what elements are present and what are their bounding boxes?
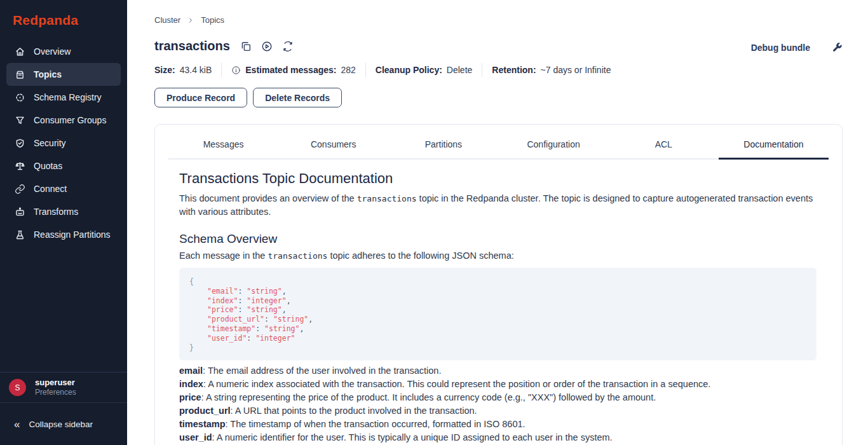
code-line: "timestamp": "string", <box>189 324 806 334</box>
sidebar-item-transforms[interactable]: Transforms <box>6 200 121 223</box>
user-preferences-link[interactable]: Preferences <box>35 388 76 397</box>
breadcrumb-cluster[interactable]: Cluster <box>154 15 180 25</box>
sidebar-item-label: Security <box>34 138 66 148</box>
sidebar-item-label: Connect <box>34 184 67 194</box>
divider <box>482 63 482 77</box>
code-line: "product_url": "string", <box>189 315 806 324</box>
topic-stats: Size: 43.4 kiB Estimated messages: 282 C… <box>154 63 843 77</box>
tab-bar: Messages Consumers Partitions Configurat… <box>168 125 829 160</box>
flask-icon <box>14 229 25 240</box>
code-line: "email": "string", <box>189 287 806 296</box>
documentation-content: Transactions Topic Documentation This do… <box>155 160 842 444</box>
code-line: } <box>189 343 806 353</box>
refresh-icon[interactable] <box>282 41 294 52</box>
action-buttons: Produce Record Delete Records <box>154 88 843 107</box>
tab-documentation[interactable]: Documentation <box>719 139 829 160</box>
sidebar: Redpanda Overview Topics Schema Registry <box>0 0 127 445</box>
sidebar-item-security[interactable]: Security <box>6 132 121 154</box>
sidebar-item-quotas[interactable]: Quotas <box>6 154 121 177</box>
json-schema-code-block: { "email": "string", "index": "integer",… <box>179 268 817 360</box>
schema-intro: Each message in the transactions topic a… <box>179 250 817 261</box>
copy-icon[interactable] <box>240 41 252 52</box>
stat-estimated-messages: Estimated messages: 282 <box>231 65 356 75</box>
shield-check-icon <box>14 137 25 149</box>
divider <box>365 63 366 77</box>
inline-code: transactions <box>268 251 327 261</box>
title-row: transactions <box>154 39 843 53</box>
field-user-id: user_id: A numeric identifier for the us… <box>179 431 817 444</box>
field-price: price: A string representing the price o… <box>179 391 817 404</box>
debug-bundle-link[interactable]: Debug bundle <box>751 43 810 53</box>
field-index: index: A numeric index associated with t… <box>179 378 817 391</box>
main-content: Cluster Topics transactions Debug bu <box>127 0 868 445</box>
breadcrumb: Cluster Topics <box>154 15 843 25</box>
wrench-icon[interactable] <box>832 42 843 53</box>
sidebar-item-label: Overview <box>34 46 71 57</box>
link-icon <box>14 183 25 195</box>
chevron-right-icon <box>187 17 194 24</box>
page-title: transactions <box>154 39 230 53</box>
sidebar-item-schema-registry[interactable]: Schema Registry <box>6 86 121 109</box>
field-product-url: product_url: A URL that points to the pr… <box>179 404 817 418</box>
divider <box>221 63 222 77</box>
stat-cleanup-policy: Cleanup Policy: Delete <box>376 65 473 75</box>
doc-intro: This document provides an overview of th… <box>179 192 817 219</box>
collapse-sidebar-label: Collapse sidebar <box>29 420 93 429</box>
field-email: email: The email address of the user inv… <box>179 364 817 378</box>
funnel-icon <box>14 114 25 126</box>
breadcrumb-topics[interactable]: Topics <box>201 15 224 25</box>
sidebar-item-overview[interactable]: Overview <box>6 40 121 63</box>
schema-overview-heading: Schema Overview <box>179 232 817 246</box>
user-profile[interactable]: S superuser Preferences <box>0 372 127 402</box>
sidebar-item-reassign-partitions[interactable]: Reassign Partitions <box>6 223 121 246</box>
app-root: Redpanda Overview Topics Schema Registry <box>0 0 868 445</box>
sidebar-item-label: Consumer Groups <box>34 115 106 125</box>
topics-icon <box>14 69 25 80</box>
avatar: S <box>9 379 26 396</box>
play-circle-icon[interactable] <box>261 41 273 52</box>
inline-code: transactions <box>357 194 417 203</box>
sidebar-item-consumer-groups[interactable]: Consumer Groups <box>6 109 121 132</box>
sidebar-item-label: Transforms <box>34 207 78 217</box>
tab-configuration[interactable]: Configuration <box>499 139 609 160</box>
sidebar-item-connect[interactable]: Connect <box>6 177 121 200</box>
info-icon <box>231 65 241 75</box>
delete-records-button[interactable]: Delete Records <box>253 88 342 107</box>
tab-acl[interactable]: ACL <box>609 139 719 160</box>
sidebar-item-label: Topics <box>34 69 62 79</box>
tab-messages[interactable]: Messages <box>168 139 278 160</box>
debug-bundle-area: Debug bundle <box>751 42 843 53</box>
doc-title: Transactions Topic Documentation <box>179 170 817 187</box>
robot-icon <box>14 206 25 217</box>
scales-icon <box>14 160 25 172</box>
schema-registry-icon <box>14 92 25 103</box>
user-info: superuser Preferences <box>35 378 76 397</box>
code-line: { <box>189 277 806 287</box>
code-line: "index": "integer", <box>189 296 806 306</box>
double-chevron-left-icon: « <box>14 419 20 430</box>
tab-partitions[interactable]: Partitions <box>388 139 498 160</box>
code-line: "price": "string", <box>189 305 806 315</box>
code-line: "user_id": "integer" <box>189 334 806 343</box>
sidebar-item-label: Quotas <box>34 161 62 171</box>
redpanda-logo: Redpanda <box>0 0 127 34</box>
field-timestamp: timestamp: The timestamp of when the tra… <box>179 418 817 431</box>
tab-consumers[interactable]: Consumers <box>278 139 388 160</box>
user-name: superuser <box>35 378 76 388</box>
field-descriptions: email: The email address of the user inv… <box>179 364 817 444</box>
produce-record-button[interactable]: Produce Record <box>154 88 247 107</box>
home-icon <box>14 46 25 57</box>
stat-retention: Retention: ~7 days or Infinite <box>492 65 611 75</box>
sidebar-item-label: Schema Registry <box>34 92 102 102</box>
sidebar-item-topics[interactable]: Topics <box>6 63 121 86</box>
sidebar-nav: Overview Topics Schema Registry Consumer… <box>0 34 127 372</box>
sidebar-item-label: Reassign Partitions <box>34 229 111 240</box>
stat-size: Size: 43.4 kiB <box>154 65 212 75</box>
collapse-sidebar-button[interactable]: « Collapse sidebar <box>0 402 127 445</box>
topic-card: Messages Consumers Partitions Configurat… <box>154 124 843 445</box>
